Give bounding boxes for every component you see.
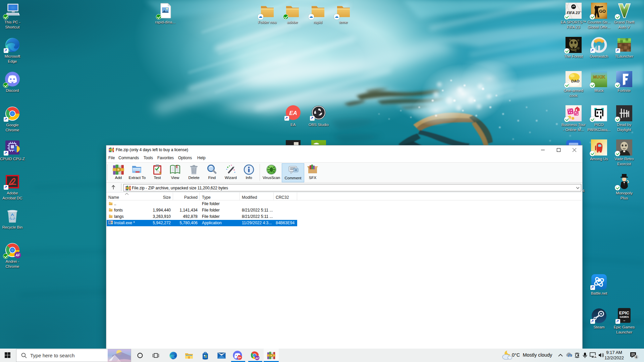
svg-text:EA: EA: [289, 110, 297, 116]
svg-text:FIFA 23: FIFA 23: [567, 11, 580, 15]
svg-text:AF: AF: [255, 357, 259, 360]
svg-text:9+: 9+: [238, 356, 241, 359]
svg-text:MUCK: MUCK: [593, 75, 605, 79]
svg-text:EPIC: EPIC: [619, 310, 630, 315]
svg-text:GO: GO: [599, 9, 606, 14]
svg-text:4: 4: [635, 355, 637, 359]
svg-text:AF: AF: [15, 253, 20, 257]
svg-text:GAMES: GAMES: [620, 315, 629, 318]
svg-text:DAO: DAO: [571, 79, 580, 83]
svg-text:™: ™: [579, 11, 581, 13]
